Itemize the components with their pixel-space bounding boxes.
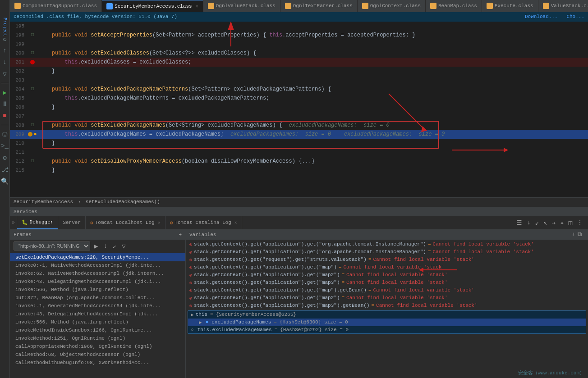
download-link[interactable]: Download... [525,14,558,19]
evaluate-icon[interactable]: ✦ [559,218,565,228]
co-icon: ○ [191,327,194,332]
frame-item-11[interactable]: callAppropriateMethod:1969, OgnlRuntime … [10,342,185,351]
code-line-212: 212 □ public void setDisallowProxyMember… [10,157,588,166]
info-bar: Decompiled .class file, bytecode version… [10,12,588,22]
frame-item-8[interactable]: invoke:566, Method (java.lang.reflect) [10,318,185,326]
var-error-item-5[interactable]: ⊗ stack.getContext().get("application").… [186,279,588,287]
var-error-item-3[interactable]: ⊗ stack.getContext().get("application").… [186,264,588,271]
sidebar-project-icon[interactable]: Project [0,23,9,32]
sidebar-terminal-icon[interactable]: >_ [0,141,9,150]
filter-icon[interactable]: ▽ [120,241,127,251]
debug-tab-debugger[interactable]: 🐛 Debugger [17,216,59,229]
frame-item-2[interactable]: invoke:62, NativeMethodAccessorImpl (jdk… [10,269,185,278]
step-out-icon[interactable]: ↖ [542,218,548,228]
sidebar-git-icon[interactable]: ⎇ [0,165,9,174]
debug-tab-tomcat-catalina[interactable]: ⚙ Tomcat Catalina Log ✕ [165,216,242,229]
tab-label: SecurityMemberAccess.class [115,4,192,9]
frame-item-12[interactable]: callMethod:68, ObjectMethodAccessor (ogn… [10,351,185,359]
code-line-199: 199 [10,40,588,49]
tab-ognlcontext[interactable]: OgnlContext.class [358,0,426,12]
tab-execute[interactable]: Execute.class [482,0,538,12]
frame-item-3[interactable]: invoke:43, DelegatingMethodAccessorImpl … [10,278,185,286]
tab-beanmap[interactable]: BeanMap.class [426,0,482,12]
this-excluded-label: this.excludedPackageNames [198,327,272,332]
copy-icon[interactable]: ⧉ [578,231,582,238]
watch-icon[interactable]: ◫ [567,218,574,228]
frame-item-10[interactable]: invokeMethod:1251, OgnlRuntime (ognl) [10,334,185,342]
frame-item-1[interactable]: invoke0:-1, NativeMethodAccessorImpl (jd… [10,261,185,269]
settings-icon[interactable]: ☰ [515,218,524,228]
debug-content: Frames + "http-nio-80...in": RUNNING ▶ ↓… [10,230,588,378]
close-icon2[interactable]: ✕ [234,220,237,225]
error-icon: ⊗ [189,280,192,286]
debug-tab-server[interactable]: Server [58,216,86,229]
var-error-item-4[interactable]: ⊗ stack.getContext().get("application").… [186,271,588,279]
line-number: 202 [10,68,28,74]
sidebar-divider [1,83,9,83]
tab-componenttagsupport[interactable]: ComponentTagSupport.class [10,0,102,12]
var-error-item-1[interactable]: ⊗ stack.getContext().get("application").… [186,248,588,256]
sidebar-filter-icon[interactable]: ▽ [0,69,9,78]
var-tree-this[interactable]: ▶ this = {SecurityMemberAccess@6265} [188,311,586,319]
frame-item-0[interactable]: setExcludedPackageNames:228, SecurityMem… [10,253,185,261]
bug-icon: 🐛 [22,219,28,225]
add-frame-icon[interactable]: + [179,232,182,237]
sidebar-arrow-down-icon[interactable]: ↓ [0,58,9,67]
fold-icon[interactable]: □ [31,87,34,91]
fold-icon[interactable]: □ [31,159,34,164]
frame-item-6[interactable]: invoke:-1, GeneratedMethodAccessor54 (jd… [10,302,185,310]
var-error-item-7[interactable]: ⊗ stack.getContext().get("application").… [186,294,588,302]
frame-item-7[interactable]: invoke:43, DelegatingMethodAccessorImpl … [10,310,185,318]
sidebar-database-icon[interactable]: ⛁ [0,130,9,139]
var-tree-this-excluded[interactable]: ○ this.excludedPackageNames = {HashSet@6… [188,326,586,333]
sidebar-settings-icon[interactable]: ⚙ [0,153,9,162]
frame-item-9[interactable]: invokeMethodInsideSandbox:1266, OgnlRunt… [10,326,185,334]
tab-valuestack[interactable]: ValueStack.c... [538,0,588,12]
fold-icon[interactable]: □ [31,32,34,37]
step-over-icon[interactable]: ↓ [525,218,532,227]
sidebar-refresh-icon[interactable]: ↻ [0,34,9,43]
resume-icon[interactable]: ▶ [93,241,99,251]
step-into-icon[interactable]: ↙ [534,218,540,228]
tab-ognltextparser[interactable]: OgnlTextParser.class [280,0,358,12]
sidebar-play-icon[interactable]: ▶ [0,88,9,97]
chevron-right-icon: » [12,220,15,225]
var-error-item-6[interactable]: ⊗ stack.getContext().get("application").… [186,287,588,294]
tab-ognlvaluestack[interactable]: OgnlValueStack.class [203,0,280,12]
tab-icon-orange2 [208,3,214,9]
frame-item-13[interactable]: callMethodWithDebugInfo:98, XWorkMethodA… [10,359,185,367]
step-into-btn[interactable]: ↙ [111,241,118,251]
expand-arrow2[interactable]: ▶ [199,319,202,325]
thread-selector[interactable]: "http-nio-80...in": RUNNING [14,241,90,250]
tab-icon-orange7 [543,3,549,9]
tab-close-icon[interactable]: ✕ [196,4,198,9]
var-error-item-0[interactable]: ⊗ stack.getContext().get("application").… [186,241,588,248]
expand-arrow[interactable]: ▶ [191,312,194,318]
var-tree-excluded[interactable]: ▶ ● excludedPackageNames = {HashSet@6300… [188,319,586,326]
sidebar-pause-icon[interactable]: ⏸ [0,100,9,109]
frame-item-4[interactable]: invoke:566, Method (java.lang.reflect) [10,286,185,294]
var-error-item-8[interactable]: ⊗ stack.getContext().get("application").… [186,302,588,310]
more-icon[interactable]: ⋮ [575,218,584,228]
fold-icon[interactable]: □ [31,123,34,128]
sidebar-arrow-up-icon[interactable]: ↑ [0,46,9,55]
fold-icon[interactable]: □ [31,50,34,55]
sidebar-stop-icon[interactable]: ■ [0,111,9,120]
tab-securitymemberaccess[interactable]: SecurityMemberAccess.class ✕ [102,0,203,12]
choose-link[interactable]: Cho... [566,14,584,19]
var-error-item-2[interactable]: ⊗ stack.getContext().get("request").get(… [186,256,588,264]
line-number: 211 [10,150,28,155]
line-gutter: ● [28,131,37,137]
line-number: 201 [10,59,28,65]
debug-tab-tomcat-localhost[interactable]: ⚙ Tomcat Localhost Log ✕ [86,216,165,229]
breakpoint-icon[interactable] [30,60,35,64]
debug-tab-controls[interactable]: » [10,216,17,229]
breakpoint-icon[interactable] [28,132,32,137]
tab-label: BeanMap.class [438,3,477,9]
frame-item-5[interactable]: put:372, BeanMap (org.apache.commons.col… [10,294,185,302]
add-watch-icon[interactable]: + [571,231,575,238]
step-over-btn[interactable]: ↓ [102,241,108,250]
run-to-cursor-icon[interactable]: ⇢ [551,218,557,228]
sidebar-search-icon[interactable]: 🔍 [0,177,9,186]
close-icon[interactable]: ✕ [158,220,161,225]
